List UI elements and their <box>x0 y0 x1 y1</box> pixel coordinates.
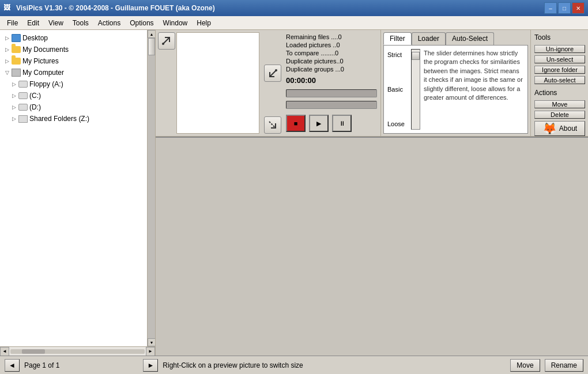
svg-point-1 <box>275 69 277 71</box>
ignore-folder-button[interactable]: Ignore folder <box>534 66 585 74</box>
tree-item-my-pictures[interactable]: ▷ My Pictures <box>0 55 147 67</box>
tree-label-my-pictures: My Pictures <box>22 57 59 65</box>
arrow-down-left-icon <box>267 68 278 78</box>
menu-edit[interactable]: Edit <box>22 18 44 28</box>
filter-basic-label: Basic <box>387 86 408 93</box>
media-controls: ■ ▶ ⏸ <box>286 115 377 132</box>
pause-button[interactable]: ⏸ <box>332 115 352 132</box>
filter-content: Strict Basic Loose The slider determines… <box>383 45 528 134</box>
my-computer-icon <box>12 68 21 77</box>
app-title: VisiPics V1.30 - © 2004-2008 - Guillaume… <box>16 4 215 12</box>
hscroll-track <box>10 349 145 354</box>
delete-button[interactable]: Delete <box>534 111 585 119</box>
horizontal-scrollbar[interactable]: ◄ ► <box>0 346 155 356</box>
right-panel: Remaining files ....0 Loaded pictures ..… <box>156 30 588 356</box>
to-compare-stat: To compare ........0 <box>286 50 377 56</box>
hscroll-left-btn[interactable]: ◄ <box>0 347 9 356</box>
tree-toggle-my-computer[interactable]: ▽ <box>2 68 12 77</box>
prev-page-button[interactable]: ◄ <box>5 359 20 372</box>
tree-toggle-my-pictures[interactable]: ▷ <box>2 56 12 66</box>
next-page-button[interactable]: ► <box>143 359 158 372</box>
arrow-controls <box>156 30 176 136</box>
duplicate-groups-stat: Duplicate groups ...0 <box>286 66 377 73</box>
hscroll-right-btn[interactable]: ► <box>146 347 155 356</box>
shared-icon <box>18 114 28 123</box>
tab-auto-select[interactable]: Auto-Select <box>446 32 494 45</box>
tab-filter[interactable]: Filter <box>383 32 412 45</box>
filter-slider[interactable] <box>411 49 420 130</box>
vscroll-thumb[interactable] <box>148 38 155 55</box>
status-bar: ◄ Page 1 of 1 ► Right-Click on a preview… <box>0 356 588 374</box>
tree-label-my-documents: My Documents <box>22 46 69 54</box>
status-text: Right-Click on a preview picture to swit… <box>163 361 506 369</box>
vscroll-down-btn[interactable]: ▼ <box>148 338 155 346</box>
right-top-section: Remaining files ....0 Loaded pictures ..… <box>156 30 588 137</box>
auto-select-button[interactable]: Auto-select <box>534 76 585 84</box>
menu-actions[interactable]: Actions <box>93 18 125 28</box>
vscroll-up-btn[interactable]: ▲ <box>148 30 155 38</box>
arrow-up-right-button[interactable] <box>158 32 175 50</box>
tab-loader[interactable]: Loader <box>412 32 446 45</box>
vscroll-track <box>148 38 155 338</box>
tree-toggle-c[interactable]: ▷ <box>9 91 18 100</box>
tree-label-my-computer: My Computer <box>22 69 64 77</box>
filter-slider-thumb[interactable] <box>412 52 420 60</box>
menu-help[interactable]: Help <box>192 18 216 28</box>
tools-panel: Tools Un-ignore Un-select Ignore folder … <box>530 30 588 136</box>
menu-tools[interactable]: Tools <box>68 18 93 28</box>
c-drive-icon <box>18 91 28 100</box>
title-bar-left: 🖼 VisiPics V1.30 - © 2004-2008 - Guillau… <box>3 3 215 13</box>
tree-item-desktop[interactable]: ▷ Desktop <box>0 32 147 44</box>
main-container: ▷ Desktop ▷ My Documents <box>0 30 588 374</box>
about-fox-icon: 🦊 <box>542 122 557 135</box>
title-bar: 🖼 VisiPics V1.30 - © 2004-2008 - Guillau… <box>0 0 588 16</box>
about-button[interactable]: 🦊 About <box>534 121 585 136</box>
tree-item-shared[interactable]: ▷ Shared Folders (Z:) <box>0 113 147 124</box>
vertical-scrollbar[interactable]: ▲ ▼ <box>147 30 155 346</box>
about-label: About <box>559 124 577 133</box>
play-button[interactable]: ▶ <box>309 115 329 132</box>
floppy-icon <box>18 80 28 89</box>
tree-toggle-my-documents[interactable]: ▷ <box>2 45 12 54</box>
menu-options[interactable]: Options <box>125 18 158 28</box>
move-tool-button[interactable]: Move <box>534 100 585 108</box>
un-select-button[interactable]: Un-select <box>534 55 585 63</box>
tree-label-floppy: Floppy (A:) <box>29 80 63 88</box>
filter-tabs: Filter Loader Auto-Select <box>381 30 530 45</box>
menu-file[interactable]: File <box>2 18 22 28</box>
my-pictures-icon <box>12 56 21 66</box>
tree-scroll-wrapper: ▷ Desktop ▷ My Documents <box>0 30 155 346</box>
tree-toggle-d[interactable]: ▷ <box>9 103 18 112</box>
left-panel: ▷ Desktop ▷ My Documents <box>0 30 156 356</box>
my-documents-icon <box>12 45 21 54</box>
tree-item-my-documents[interactable]: ▷ My Documents <box>0 44 147 55</box>
tree-label-desktop: Desktop <box>22 34 48 42</box>
progress-bar-2 <box>286 101 377 109</box>
stop-button[interactable]: ■ <box>286 115 306 132</box>
maximize-button[interactable]: □ <box>558 2 571 14</box>
actions-label: Actions <box>534 89 585 97</box>
play-icon: ▶ <box>316 120 321 127</box>
tree-toggle-shared[interactable]: ▷ <box>9 114 18 123</box>
tree-item-floppy[interactable]: ▷ Floppy (A:) <box>0 78 147 90</box>
tree-item-c-drive[interactable]: ▷ (C:) <box>0 90 147 101</box>
filter-description: The slider determines how strictly the p… <box>424 49 524 130</box>
minimize-button[interactable]: – <box>544 2 557 14</box>
un-ignore-button[interactable]: Un-ignore <box>534 45 585 53</box>
arrow-down-left-button[interactable] <box>264 65 281 82</box>
hscroll-thumb[interactable] <box>22 349 45 354</box>
d-drive-icon <box>18 103 28 112</box>
status-move-button[interactable]: Move <box>510 359 540 372</box>
desktop-icon <box>12 33 21 43</box>
tree-toggle-floppy[interactable]: ▷ <box>9 80 18 89</box>
status-rename-button[interactable]: Rename <box>545 359 583 372</box>
tools-label: Tools <box>534 33 585 41</box>
tree-item-my-computer[interactable]: ▽ My Computer <box>0 67 147 78</box>
close-button[interactable]: ✕ <box>572 2 585 14</box>
app-icon: 🖼 <box>3 3 13 13</box>
menu-view[interactable]: View <box>44 18 68 28</box>
menu-window[interactable]: Window <box>159 18 193 28</box>
tree-item-d-drive[interactable]: ▷ (D:) <box>0 101 147 113</box>
tree-toggle-desktop[interactable]: ▷ <box>2 33 12 43</box>
arrow-down-right-button[interactable] <box>264 116 281 134</box>
